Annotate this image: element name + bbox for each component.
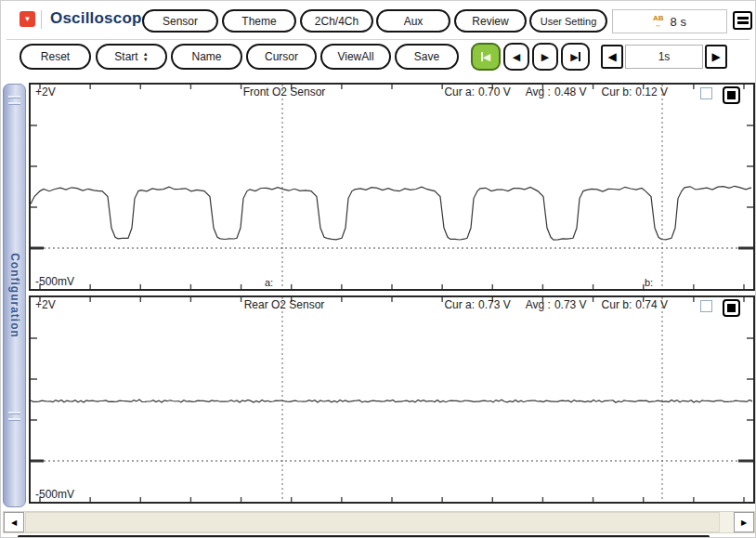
cursor-b-readout: Cur b:0.12 V <box>602 85 668 98</box>
waveform-plot <box>31 297 753 502</box>
oscilloscope-window: ▼ Oscilloscope Sensor Theme 2Ch/4Ch Aux … <box>0 0 756 538</box>
review-button[interactable]: Review <box>454 9 527 33</box>
sensor-button[interactable]: Sensor <box>142 9 218 33</box>
start-button[interactable]: Start ▲▼ <box>96 44 167 70</box>
grip-line <box>8 96 20 98</box>
channel-mode-button[interactable]: 2Ch/4Ch <box>300 9 373 33</box>
top-scale-label: +2V <box>35 298 56 311</box>
step-backward-button[interactable]: ◀ <box>503 43 529 71</box>
app-title: Oscilloscope <box>50 9 150 28</box>
configuration-tab-label: Configuration <box>8 253 21 338</box>
skip-to-end-icon: ▶ <box>570 52 578 62</box>
step-forward-button[interactable]: ▶ <box>532 43 558 71</box>
up-down-spinner-icon: ▲▼ <box>143 51 149 62</box>
ab-cursors-icon: AB↔ <box>653 15 664 28</box>
channel-display-toggle[interactable] <box>723 86 740 104</box>
user-setting-button[interactable]: User Setting <box>529 9 607 33</box>
cursor-a-tag[interactable]: a: <box>265 277 273 288</box>
channel-title: Rear O2 Sensor <box>187 298 382 311</box>
cursor-a-readout: Cur a:0.73 V <box>444 298 510 311</box>
cursor-readouts: Cur a:0.70 V Avg :0.48 V Cur b:0.12 V <box>444 85 668 98</box>
scroll-right-button[interactable]: ▶ <box>734 512 754 532</box>
skip-to-end-button[interactable]: ▶ <box>561 43 590 71</box>
channel-checkbox[interactable] <box>700 87 712 99</box>
avg-readout: Avg :0.48 V <box>526 85 587 98</box>
grip-line <box>8 418 20 421</box>
start-button-label: Start <box>114 50 137 63</box>
bottom-scale-label: -500mV <box>35 275 74 288</box>
skip-to-start-button[interactable]: ◀ <box>471 43 501 71</box>
cursor-b-readout: Cur b:0.74 V <box>602 298 668 311</box>
timebase-value[interactable]: 1s <box>625 45 703 69</box>
menu-icon[interactable] <box>733 11 752 30</box>
name-button[interactable]: Name <box>171 44 242 70</box>
step-forward-icon: ▶ <box>541 52 549 62</box>
timebase-decrease-button[interactable]: ◀ <box>601 45 623 69</box>
theme-button[interactable]: Theme <box>222 9 296 33</box>
cursor-b-tag[interactable]: b: <box>645 277 653 288</box>
waveform-trace <box>31 400 752 402</box>
configuration-tab[interactable]: Configuration <box>3 84 26 507</box>
channel-display-toggle[interactable] <box>723 299 740 317</box>
title-divider <box>41 10 42 29</box>
viewall-button[interactable]: ViewAll <box>320 44 391 70</box>
division-ticks <box>31 85 753 289</box>
save-button[interactable]: Save <box>395 44 459 70</box>
cursor-readouts: Cur a:0.73 V Avg :0.73 V Cur b:0.74 V <box>444 298 668 311</box>
ab-time-display: AB↔ 8 s <box>612 9 727 33</box>
waveform-plot <box>31 85 753 289</box>
avg-readout: Avg :0.73 V <box>526 298 587 311</box>
app-menu-button[interactable]: ▼ <box>20 11 35 27</box>
ab-time-value: 8 s <box>671 15 686 29</box>
channel-checkbox[interactable] <box>700 300 712 312</box>
bottom-scale-label: -500mV <box>35 488 74 501</box>
aux-button[interactable]: Aux <box>376 9 450 33</box>
reset-button[interactable]: Reset <box>20 44 91 70</box>
scrollbar-thumb[interactable] <box>25 512 720 532</box>
channel-panel-front-o2: +2V Front O2 Sensor Cur a:0.70 V Avg :0.… <box>29 83 755 291</box>
toolbar-separator <box>7 39 749 40</box>
step-backward-icon: ◀ <box>513 52 520 62</box>
cursor-a-readout: Cur a:0.70 V <box>444 85 510 98</box>
scroll-left-button[interactable]: ◀ <box>4 512 24 532</box>
cursor-button[interactable]: Cursor <box>246 44 317 70</box>
top-scale-label: +2V <box>35 85 56 98</box>
horizontal-scrollbar[interactable]: ◀ ▶ <box>3 511 755 533</box>
grip-line <box>8 102 20 105</box>
dropdown-arrow-icon: ▼ <box>24 16 32 23</box>
grip-line <box>8 412 20 414</box>
timebase-increase-button[interactable]: ▶ <box>705 45 727 69</box>
channel-panel-rear-o2: +2V Rear O2 Sensor Cur a:0.73 V Avg :0.7… <box>29 295 755 504</box>
waveform-trace <box>31 186 751 240</box>
channel-title: Front O2 Sensor <box>187 85 382 98</box>
